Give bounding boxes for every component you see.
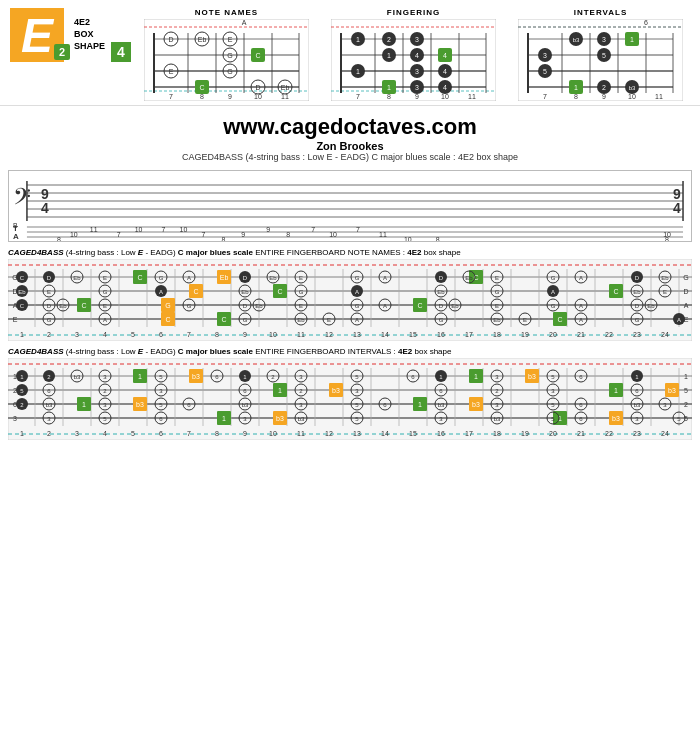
svg-text:3: 3 (543, 52, 547, 59)
svg-text:b3: b3 (612, 415, 620, 422)
svg-text:8: 8 (215, 331, 219, 338)
svg-text:4: 4 (443, 52, 447, 59)
svg-text:D: D (683, 288, 688, 295)
diagram-note-names-title: NOTE NAMES (195, 8, 258, 17)
svg-text:G: G (187, 303, 192, 309)
svg-text:3: 3 (13, 415, 17, 422)
svg-text:4: 4 (103, 430, 107, 437)
svg-text:Eb: Eb (59, 303, 67, 309)
svg-text:1: 1 (20, 430, 24, 437)
svg-text:G: G (103, 289, 108, 295)
svg-text:1: 1 (418, 401, 422, 408)
svg-text:Eb: Eb (297, 317, 305, 323)
svg-text:G: G (227, 68, 232, 75)
svg-text:13: 13 (353, 430, 361, 437)
svg-text:5: 5 (131, 430, 135, 437)
svg-text:b3: b3 (242, 402, 249, 408)
svg-text:b3: b3 (472, 401, 480, 408)
svg-text:9: 9 (241, 231, 245, 238)
svg-text:1: 1 (630, 36, 634, 43)
svg-text:7: 7 (187, 331, 191, 338)
svg-text:b3: b3 (192, 373, 200, 380)
svg-text:2: 2 (387, 36, 391, 43)
svg-text:Eb: Eb (661, 275, 669, 281)
svg-text:C: C (417, 302, 422, 309)
svg-text:22: 22 (605, 430, 613, 437)
svg-text:3: 3 (415, 68, 419, 75)
middle-section: www.cagedoctaves.com Zon Brookes CAGED4B… (0, 105, 700, 166)
svg-text:17: 17 (465, 430, 473, 437)
diagram-intervals-title: INTERVALS (574, 8, 628, 17)
svg-text:7: 7 (162, 226, 166, 233)
svg-text:1: 1 (474, 373, 478, 380)
svg-text:A: A (187, 275, 191, 281)
logo-box: E 2 4E2 BOX SHAPE (10, 8, 105, 62)
svg-text:1: 1 (614, 387, 618, 394)
svg-text:A: A (103, 317, 107, 323)
svg-text:E: E (495, 303, 499, 309)
svg-text:Eb: Eb (220, 274, 229, 281)
svg-text:2: 2 (47, 430, 51, 437)
svg-text:1: 1 (20, 331, 24, 338)
site-url: www.cagedoctaves.com (0, 114, 700, 140)
diagram-note-names: NOTE NAMES 7 (137, 8, 316, 101)
svg-text:C: C (277, 288, 282, 295)
svg-text:9: 9 (415, 93, 419, 100)
svg-text:1: 1 (574, 84, 578, 91)
svg-text:8: 8 (387, 93, 391, 100)
svg-text:C: C (20, 303, 25, 309)
diagram-fingering: FINGERING 7 8 9 10 11 (324, 8, 503, 101)
full-fretboard-intervals: 1 2 6 3 1 5 2 5 1 1 1 1 1 1 1 1 b3 b3 b3… (8, 358, 692, 440)
svg-text:7: 7 (311, 226, 315, 233)
svg-text:D: D (255, 84, 260, 91)
svg-text:14: 14 (381, 331, 389, 338)
svg-text:7: 7 (169, 93, 173, 100)
svg-text:Eb: Eb (451, 303, 459, 309)
svg-text:A: A (579, 317, 583, 323)
svg-text:G: G (159, 275, 164, 281)
svg-text:19: 19 (521, 331, 529, 338)
svg-text:G: G (551, 303, 556, 309)
svg-text:6: 6 (159, 331, 163, 338)
svg-text:E: E (169, 68, 174, 75)
svg-text:A: A (355, 317, 359, 323)
svg-text:2: 2 (602, 84, 606, 91)
svg-text:E: E (13, 316, 18, 323)
svg-text:C: C (221, 316, 226, 323)
diagram-fingering-title: FINGERING (387, 8, 440, 17)
svg-text:1: 1 (356, 68, 360, 75)
svg-text:8: 8 (665, 236, 669, 242)
svg-text:4: 4 (103, 331, 107, 338)
svg-text:10: 10 (441, 93, 449, 100)
svg-text:13: 13 (353, 331, 361, 338)
top-section: E 2 4E2 BOX SHAPE 4 NOTE NAMES (0, 0, 700, 105)
svg-text:18: 18 (493, 331, 501, 338)
svg-text:24: 24 (661, 430, 669, 437)
svg-text:C: C (81, 302, 86, 309)
svg-text:9: 9 (243, 430, 247, 437)
svg-text:G: G (227, 52, 232, 59)
svg-text:b3: b3 (298, 416, 305, 422)
svg-text:D: D (47, 303, 52, 309)
svg-text:A: A (242, 19, 247, 26)
svg-text:Eb: Eb (633, 289, 641, 295)
svg-text:8: 8 (215, 430, 219, 437)
diagrams-row: NOTE NAMES 7 (137, 8, 690, 101)
svg-text:10: 10 (404, 236, 412, 242)
fb-note-names-title: CAGED4BASS (4-string bass : Low E - EADG… (8, 248, 692, 257)
svg-text:1: 1 (138, 373, 142, 380)
svg-text:22: 22 (605, 331, 613, 338)
svg-text:14: 14 (381, 430, 389, 437)
svg-text:A: A (579, 303, 583, 309)
svg-text:7: 7 (201, 231, 205, 238)
svg-text:E: E (299, 303, 303, 309)
svg-text:G: G (683, 274, 688, 281)
svg-text:1: 1 (684, 373, 688, 380)
svg-text:b3: b3 (74, 374, 81, 380)
svg-text:8: 8 (221, 236, 225, 242)
note-names-fretboard: 7 8 9 10 11 A D Eb E C (144, 19, 309, 101)
svg-text:3: 3 (75, 331, 79, 338)
svg-text:D: D (243, 275, 248, 281)
svg-text:4: 4 (41, 200, 49, 216)
svg-text:23: 23 (633, 430, 641, 437)
